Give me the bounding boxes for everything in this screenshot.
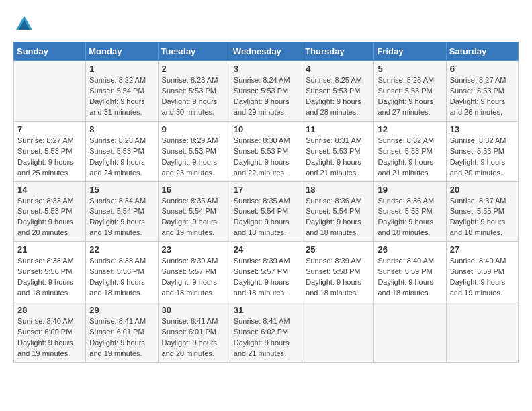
day-info: Sunrise: 8:38 AM Sunset: 5:56 PM Dayligh… [17,256,82,299]
day-number: 22 [89,244,154,255]
day-info: Sunrise: 8:38 AM Sunset: 5:56 PM Dayligh… [89,256,154,299]
calendar-day-cell [446,302,518,363]
day-info: Sunrise: 8:37 AM Sunset: 5:55 PM Dayligh… [450,196,515,239]
day-info: Sunrise: 8:31 AM Sunset: 5:53 PM Dayligh… [306,136,370,179]
calendar-day-cell: 9Sunrise: 8:29 AM Sunset: 5:53 PM Daylig… [158,121,230,181]
day-info: Sunrise: 8:27 AM Sunset: 5:53 PM Dayligh… [450,75,515,118]
calendar-day-cell: 14Sunrise: 8:33 AM Sunset: 5:53 PM Dayli… [14,181,86,242]
day-info: Sunrise: 8:39 AM Sunset: 5:58 PM Dayligh… [306,256,370,299]
calendar-day-cell: 30Sunrise: 8:41 AM Sunset: 6:01 PM Dayli… [158,302,230,363]
calendar-day-cell: 19Sunrise: 8:36 AM Sunset: 5:55 PM Dayli… [374,181,446,242]
day-info: Sunrise: 8:23 AM Sunset: 5:53 PM Dayligh… [162,75,226,118]
calendar-week-row: 1Sunrise: 8:22 AM Sunset: 5:54 PM Daylig… [14,61,519,122]
day-info: Sunrise: 8:41 AM Sunset: 6:02 PM Dayligh… [234,316,298,359]
day-number: 11 [306,124,370,134]
day-number: 30 [162,305,226,315]
logo [13,13,38,35]
calendar-day-cell: 24Sunrise: 8:39 AM Sunset: 5:57 PM Dayli… [230,242,302,302]
day-info: Sunrise: 8:24 AM Sunset: 5:53 PM Dayligh… [234,75,298,118]
weekday-header: Friday [374,42,446,61]
day-info: Sunrise: 8:36 AM Sunset: 5:54 PM Dayligh… [306,196,370,239]
day-number: 15 [89,185,154,195]
calendar-day-cell: 23Sunrise: 8:39 AM Sunset: 5:57 PM Dayli… [158,242,230,302]
day-number: 4 [306,64,370,74]
calendar-day-cell: 22Sunrise: 8:38 AM Sunset: 5:56 PM Dayli… [86,242,158,302]
weekday-header: Wednesday [230,42,302,61]
day-info: Sunrise: 8:35 AM Sunset: 5:54 PM Dayligh… [162,196,226,239]
day-number: 28 [17,305,82,315]
calendar-day-cell: 27Sunrise: 8:40 AM Sunset: 5:59 PM Dayli… [446,242,518,302]
day-info: Sunrise: 8:36 AM Sunset: 5:55 PM Dayligh… [378,196,442,239]
calendar-week-row: 28Sunrise: 8:40 AM Sunset: 6:00 PM Dayli… [14,302,519,363]
calendar-day-cell: 3Sunrise: 8:24 AM Sunset: 5:53 PM Daylig… [230,61,302,122]
calendar-day-cell: 8Sunrise: 8:28 AM Sunset: 5:53 PM Daylig… [86,121,158,181]
day-info: Sunrise: 8:25 AM Sunset: 5:53 PM Dayligh… [306,75,370,118]
day-info: Sunrise: 8:27 AM Sunset: 5:53 PM Dayligh… [17,136,82,179]
day-info: Sunrise: 8:30 AM Sunset: 5:53 PM Dayligh… [234,136,298,179]
weekday-header: Saturday [446,42,518,61]
day-number: 27 [450,244,515,255]
weekday-header: Thursday [302,42,374,61]
day-info: Sunrise: 8:32 AM Sunset: 5:53 PM Dayligh… [450,136,515,179]
calendar-day-cell: 1Sunrise: 8:22 AM Sunset: 5:54 PM Daylig… [86,61,158,122]
day-info: Sunrise: 8:29 AM Sunset: 5:53 PM Dayligh… [162,136,226,179]
day-number: 26 [378,244,442,255]
day-number: 24 [234,244,298,255]
day-number: 2 [162,64,226,74]
day-number: 9 [162,124,226,134]
calendar-day-cell: 15Sunrise: 8:34 AM Sunset: 5:54 PM Dayli… [86,181,158,242]
weekday-header-row: SundayMondayTuesdayWednesdayThursdayFrid… [14,42,519,61]
day-info: Sunrise: 8:40 AM Sunset: 6:00 PM Dayligh… [17,316,82,359]
day-info: Sunrise: 8:22 AM Sunset: 5:54 PM Dayligh… [89,75,154,118]
day-number: 8 [89,124,154,134]
day-number: 1 [89,64,154,74]
calendar-day-cell: 31Sunrise: 8:41 AM Sunset: 6:02 PM Dayli… [230,302,302,363]
day-number: 18 [306,185,370,195]
calendar-day-cell: 20Sunrise: 8:37 AM Sunset: 5:55 PM Dayli… [446,181,518,242]
day-info: Sunrise: 8:26 AM Sunset: 5:53 PM Dayligh… [378,75,442,118]
day-number: 19 [378,185,442,195]
calendar-day-cell [374,302,446,363]
calendar-day-cell: 6Sunrise: 8:27 AM Sunset: 5:53 PM Daylig… [446,61,518,122]
weekday-header: Tuesday [158,42,230,61]
weekday-header: Sunday [14,42,86,61]
day-number: 5 [378,64,442,74]
day-number: 25 [306,244,370,255]
day-number: 21 [17,244,82,255]
calendar-week-row: 7Sunrise: 8:27 AM Sunset: 5:53 PM Daylig… [14,121,519,181]
calendar-day-cell: 25Sunrise: 8:39 AM Sunset: 5:58 PM Dayli… [302,242,374,302]
day-number: 29 [89,305,154,315]
day-number: 31 [234,305,298,315]
calendar-day-cell [302,302,374,363]
day-number: 7 [17,124,82,134]
page-header [13,13,519,35]
calendar-week-row: 14Sunrise: 8:33 AM Sunset: 5:53 PM Dayli… [14,181,519,242]
calendar-day-cell: 4Sunrise: 8:25 AM Sunset: 5:53 PM Daylig… [302,61,374,122]
calendar-day-cell: 26Sunrise: 8:40 AM Sunset: 5:59 PM Dayli… [374,242,446,302]
calendar-day-cell: 28Sunrise: 8:40 AM Sunset: 6:00 PM Dayli… [14,302,86,363]
day-number: 17 [234,185,298,195]
calendar-day-cell: 12Sunrise: 8:32 AM Sunset: 5:53 PM Dayli… [374,121,446,181]
calendar-table: SundayMondayTuesdayWednesdayThursdayFrid… [13,42,519,363]
day-number: 13 [450,124,515,134]
calendar-day-cell: 11Sunrise: 8:31 AM Sunset: 5:53 PM Dayli… [302,121,374,181]
day-info: Sunrise: 8:40 AM Sunset: 5:59 PM Dayligh… [450,256,515,299]
day-number: 23 [162,244,226,255]
day-info: Sunrise: 8:40 AM Sunset: 5:59 PM Dayligh… [378,256,442,299]
calendar-day-cell: 5Sunrise: 8:26 AM Sunset: 5:53 PM Daylig… [374,61,446,122]
calendar-day-cell: 2Sunrise: 8:23 AM Sunset: 5:53 PM Daylig… [158,61,230,122]
day-number: 14 [17,185,82,195]
day-info: Sunrise: 8:28 AM Sunset: 5:53 PM Dayligh… [89,136,154,179]
day-info: Sunrise: 8:35 AM Sunset: 5:54 PM Dayligh… [234,196,298,239]
calendar-week-row: 21Sunrise: 8:38 AM Sunset: 5:56 PM Dayli… [14,242,519,302]
calendar-day-cell: 18Sunrise: 8:36 AM Sunset: 5:54 PM Dayli… [302,181,374,242]
day-info: Sunrise: 8:33 AM Sunset: 5:53 PM Dayligh… [17,196,82,239]
weekday-header: Monday [86,42,158,61]
calendar-day-cell: 17Sunrise: 8:35 AM Sunset: 5:54 PM Dayli… [230,181,302,242]
calendar-day-cell [14,61,86,122]
calendar-day-cell: 10Sunrise: 8:30 AM Sunset: 5:53 PM Dayli… [230,121,302,181]
calendar-day-cell: 16Sunrise: 8:35 AM Sunset: 5:54 PM Dayli… [158,181,230,242]
calendar-day-cell: 29Sunrise: 8:41 AM Sunset: 6:01 PM Dayli… [86,302,158,363]
day-number: 10 [234,124,298,134]
day-info: Sunrise: 8:32 AM Sunset: 5:53 PM Dayligh… [378,136,442,179]
